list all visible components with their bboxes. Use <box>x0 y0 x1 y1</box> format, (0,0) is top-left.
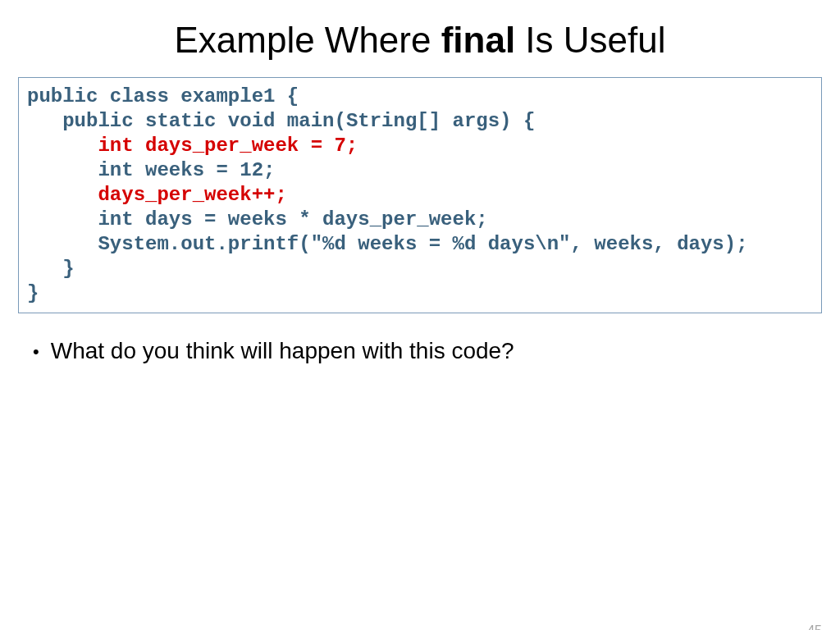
bullet-dot-icon: • <box>33 338 39 366</box>
title-bold: final <box>441 20 515 60</box>
code-indent-4 <box>27 159 98 181</box>
code-line-6: int days = weeks * days_per_week; <box>98 208 487 231</box>
code-indent-3 <box>27 135 98 157</box>
code-line-1: public class example1 { <box>27 85 299 107</box>
slide-title: Example Where final Is Useful <box>0 20 840 61</box>
code-line-9: } <box>27 282 39 304</box>
slide: Example Where final Is Useful public cla… <box>0 20 840 630</box>
code-block: public class example1 { public static vo… <box>18 77 822 313</box>
bullet-list: • What do you think will happen with thi… <box>33 338 815 366</box>
title-prefix: Example Where <box>174 20 441 60</box>
code-line-5-highlight: days_per_week++; <box>98 184 286 206</box>
bullet-item: • What do you think will happen with thi… <box>33 338 815 366</box>
code-indent-5 <box>27 184 98 206</box>
code-indent-6 <box>27 208 98 231</box>
code-line-8: } <box>27 258 75 280</box>
bullet-text: What do you think will happen with this … <box>51 338 514 364</box>
page-number: 45 <box>807 623 822 630</box>
code-line-3-highlight: int days_per_week = 7; <box>98 135 358 157</box>
code-line-2: public static void main(String[] args) { <box>62 110 535 132</box>
code-indent-7 <box>27 233 98 255</box>
code-line-7: System.out.printf("%d weeks = %d days\n"… <box>98 233 747 255</box>
title-suffix: Is Useful <box>515 20 665 60</box>
code-line-4: int weeks = 12; <box>98 159 275 181</box>
code-indent-2 <box>27 110 62 132</box>
